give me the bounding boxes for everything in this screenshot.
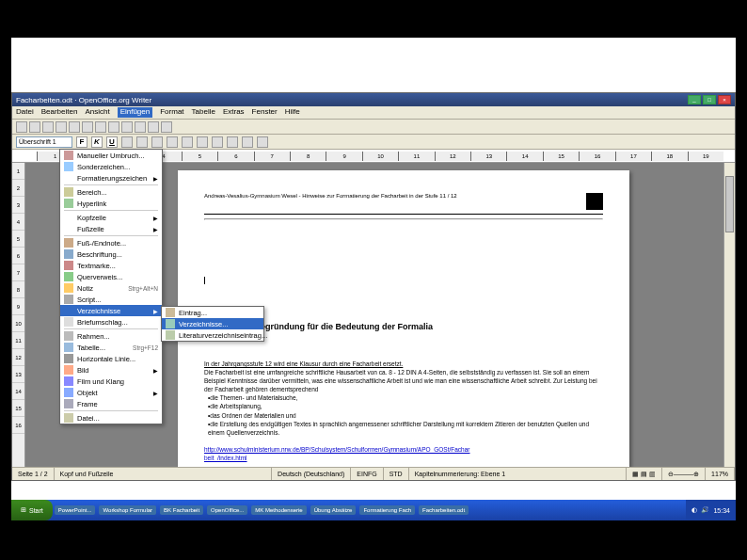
submenu-item-icon <box>166 319 175 328</box>
header-text: Andreas-Vesalius-Gymnasium Wesel - Hinwe… <box>204 193 457 210</box>
maximize-button[interactable]: □ <box>703 95 716 104</box>
task-item[interactable]: OpenOffice... <box>207 505 247 515</box>
find-icon[interactable] <box>148 121 159 133</box>
menu-item-bereich[interactable]: Bereich... <box>60 186 162 198</box>
menu-item-textmarke[interactable]: Textmarke... <box>60 260 162 271</box>
underline-button[interactable]: U <box>106 136 118 148</box>
indent-less-icon[interactable] <box>212 136 223 148</box>
menu-item-verzeichnisse[interactable]: Verzeichnisse▶ <box>60 305 162 316</box>
menu-item-hyperlink[interactable]: Hyperlink <box>60 198 162 209</box>
menu-extras[interactable]: Extras <box>223 107 245 118</box>
bold-button[interactable]: F <box>76 136 87 148</box>
help-icon[interactable] <box>161 121 172 133</box>
italic-button[interactable]: K <box>91 136 103 148</box>
menu-item-script[interactable]: Script... <box>60 294 162 305</box>
status-zoom[interactable]: 117% <box>706 468 735 480</box>
menu-item-tabelle[interactable]: Tabelle...Strg+F12 <box>60 342 162 353</box>
menu-item-manuellerumbruch[interactable]: Manueller Umbruch... <box>60 150 162 161</box>
indexes-submenu: Eintrag...Verzeichnisse...Literaturverze… <box>161 306 264 342</box>
menu-item-sonderzeichen[interactable]: Sonderzeichen... <box>60 161 162 172</box>
menu-item-formatierungszeichen[interactable]: Formatierungszeichen▶ <box>60 172 162 184</box>
task-item[interactable]: Formatierung Fach <box>359 505 415 515</box>
align-center-icon[interactable] <box>136 136 148 148</box>
system-tray[interactable]: ◐ 🔊 15:34 <box>686 500 736 520</box>
paragraph-style-select[interactable]: Überschrift 1 <box>16 136 72 148</box>
menu-item-notiz[interactable]: NotizStrg+Alt+N <box>60 282 162 294</box>
menu-item-icon <box>64 354 73 363</box>
align-right-icon[interactable] <box>151 136 163 148</box>
menu-item-frame[interactable]: Frame <box>60 398 162 409</box>
scrollbar-thumb[interactable] <box>725 176 734 232</box>
menu-hilfe[interactable]: Hilfe <box>285 107 300 118</box>
status-selection-mode[interactable]: STD <box>384 468 409 480</box>
tray-icon[interactable]: 🔊 <box>701 506 709 514</box>
submenu-item-verzeichnisse[interactable]: Verzeichnisse... <box>162 318 263 329</box>
menu-fenster[interactable]: Fenster <box>252 107 278 118</box>
minimize-button[interactable]: _ <box>688 95 701 104</box>
tray-icon[interactable]: ◐ <box>691 506 697 514</box>
menu-item-icon <box>64 388 73 397</box>
task-item[interactable]: MK Methodenserie <box>251 505 306 515</box>
cut-icon[interactable] <box>69 121 80 133</box>
menu-item-icon <box>64 238 73 248</box>
vertical-scrollbar[interactable] <box>723 163 735 467</box>
doc-link-tail[interactable]: beit_/index.html <box>204 455 247 461</box>
redo-icon[interactable] <box>121 121 133 133</box>
menu-item-querverweis[interactable]: Querverweis... <box>60 271 162 282</box>
status-style: Kopf und Fußzeile <box>55 468 273 480</box>
task-item[interactable]: Facharbeiten.odt <box>419 505 469 515</box>
list-bullet-icon[interactable] <box>182 136 193 148</box>
task-item[interactable]: Übung Absätze <box>310 505 357 515</box>
save-icon[interactable] <box>42 121 54 133</box>
menu-item-horizontalelinie[interactable]: Horizontale Linie... <box>60 353 162 364</box>
menu-item-datei[interactable]: Datei... <box>60 412 162 424</box>
doc-link[interactable]: http://www.schulministerium.nrw.de/BP/Sc… <box>204 446 470 453</box>
menu-bearbeiten[interactable]: Bearbeiten <box>41 107 78 118</box>
clock[interactable]: 15:34 <box>713 507 730 514</box>
task-item[interactable]: PowerPoint... <box>55 505 96 515</box>
font-color-icon[interactable] <box>242 136 253 148</box>
open-icon[interactable] <box>29 121 40 133</box>
undo-icon[interactable] <box>108 121 119 133</box>
menu-item-fuzeile[interactable]: Fußzeile▶ <box>60 223 162 234</box>
submenu-item-eintrag[interactable]: Eintrag... <box>162 307 263 318</box>
menu-item-filmundklang[interactable]: Film und Klang <box>60 376 162 387</box>
menu-item-objekt[interactable]: Objekt▶ <box>60 387 162 398</box>
toolbar-formatting: Überschrift 1 F K U <box>12 135 735 150</box>
status-page: Seite 1 / 2 <box>12 468 55 480</box>
menu-item-beschriftung[interactable]: Beschriftung... <box>60 248 162 260</box>
menu-item-fuendnote[interactable]: Fuß-/Endnote... <box>60 237 162 248</box>
menu-tabelle[interactable]: Tabelle <box>192 107 215 118</box>
paste-icon[interactable] <box>95 121 106 133</box>
status-language[interactable]: Deutsch (Deutschland) <box>272 468 351 480</box>
menu-ansicht[interactable]: Ansicht <box>85 107 109 118</box>
menu-item-kopfzeile[interactable]: Kopfzeile▶ <box>60 212 162 223</box>
close-button[interactable]: × <box>718 95 731 104</box>
copy-icon[interactable] <box>82 121 93 133</box>
menu-einfügen[interactable]: Einfügen <box>118 107 153 118</box>
menu-item-briefumschlag[interactable]: Briefumschlag... <box>60 316 162 328</box>
menu-item-rahmen[interactable]: Rahmen... <box>60 330 162 342</box>
list-number-icon[interactable] <box>197 136 208 148</box>
menu-item-icon <box>64 249 73 259</box>
start-button[interactable]: ⊞ Start <box>11 500 53 520</box>
menu-item-icon <box>64 199 73 208</box>
new-icon[interactable] <box>16 121 27 133</box>
task-item[interactable]: Workshop Formular <box>99 505 156 515</box>
menu-datei[interactable]: Datei <box>16 107 34 118</box>
titlebar: Facharbeiten.odt · OpenOffice.org Writer… <box>12 93 735 106</box>
submenu-item-literaturverzeichniseintrag[interactable]: Literaturverzeichniseintrag... <box>162 329 263 341</box>
print-icon[interactable] <box>56 121 67 133</box>
highlight-icon[interactable] <box>257 136 268 148</box>
vertical-ruler[interactable]: 12345678910111213141516 <box>12 163 25 467</box>
align-left-icon[interactable] <box>121 136 133 148</box>
table-icon[interactable] <box>135 121 146 133</box>
menu-format[interactable]: Format <box>160 107 183 118</box>
menu-item-bild[interactable]: Bild▶ <box>60 364 162 376</box>
align-justify-icon[interactable] <box>167 136 178 148</box>
status-zoom-slider[interactable]: ⊖———⊕ <box>662 468 706 480</box>
status-view-icons[interactable]: ▦ ▤ ▥ <box>627 468 662 480</box>
indent-more-icon[interactable] <box>227 136 238 148</box>
task-item[interactable]: BK Facharbeit <box>160 505 203 515</box>
status-insert-mode[interactable]: EINFG <box>351 468 383 480</box>
